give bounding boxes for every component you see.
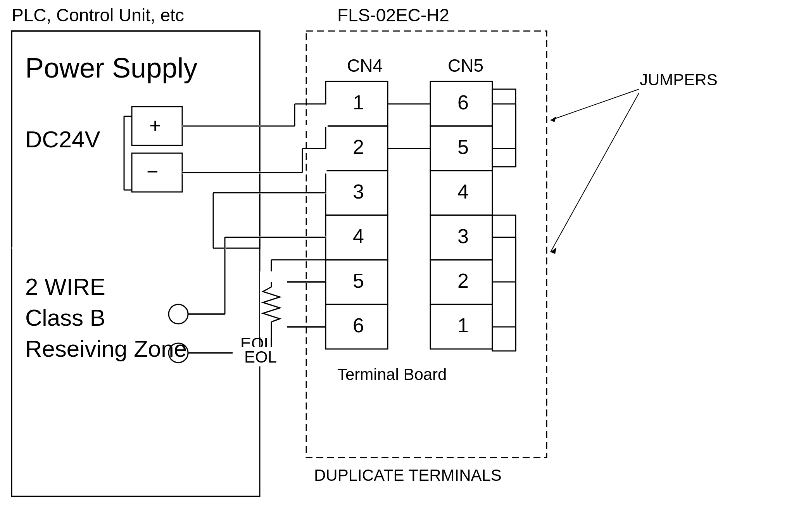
cn5-pin1-label: 1 — [457, 314, 469, 337]
cn4-pin6-label: 6 — [353, 314, 364, 337]
wire-circle-1 — [169, 304, 188, 324]
fls-label: FLS-02EC-H2 — [337, 5, 449, 25]
fls-outer-box — [306, 31, 547, 458]
diagram: PLC, Control Unit, etc Power Supply DC24… — [0, 0, 794, 532]
jumpers-label: JUMPERS — [640, 71, 718, 89]
cn5-pin6-label: 6 — [457, 91, 469, 114]
jumper-arrow-2 — [551, 93, 639, 252]
cn5-pin4-label: 4 — [457, 180, 469, 203]
svg-text:EOL: EOL — [244, 348, 277, 366]
dc24v-label: DC24V — [25, 126, 100, 152]
jumper-1 — [492, 89, 516, 167]
terminal-board-label: Terminal Board — [337, 365, 447, 383]
cn4-pin4-label: 4 — [353, 225, 364, 247]
plc-label: PLC, Control Unit, etc — [12, 5, 184, 25]
jumper-arrow-1 — [551, 89, 639, 120]
cn4-pin1-label: 1 — [353, 91, 364, 114]
cn5-pin3-label: 3 — [457, 225, 469, 247]
cn4-pin3-label: 3 — [353, 180, 364, 203]
power-supply-label: Power Supply — [25, 52, 197, 83]
receiving-zone-label: Reseiving Zone — [25, 336, 187, 362]
duplicate-terminals-label: DUPLICATE TERMINALS — [314, 466, 502, 484]
wire-label: 2 WIRE — [25, 274, 105, 300]
plus-label: + — [149, 114, 161, 137]
cn5-pin2-label: 2 — [457, 269, 469, 292]
class-b-label: Class B — [25, 305, 105, 331]
minus-label: − — [147, 160, 158, 183]
cn5-label: CN5 — [448, 55, 483, 76]
cn4-label: CN4 — [347, 55, 383, 76]
cn4-pin5-label: 5 — [353, 269, 364, 292]
svg-rect-48 — [260, 271, 287, 337]
cn5-pin5-label: 5 — [457, 136, 469, 158]
plc-box — [12, 31, 260, 496]
cn4-pin2-label: 2 — [353, 136, 364, 158]
jumper-2 — [492, 215, 516, 351]
svg-marker-22 — [551, 116, 556, 122]
